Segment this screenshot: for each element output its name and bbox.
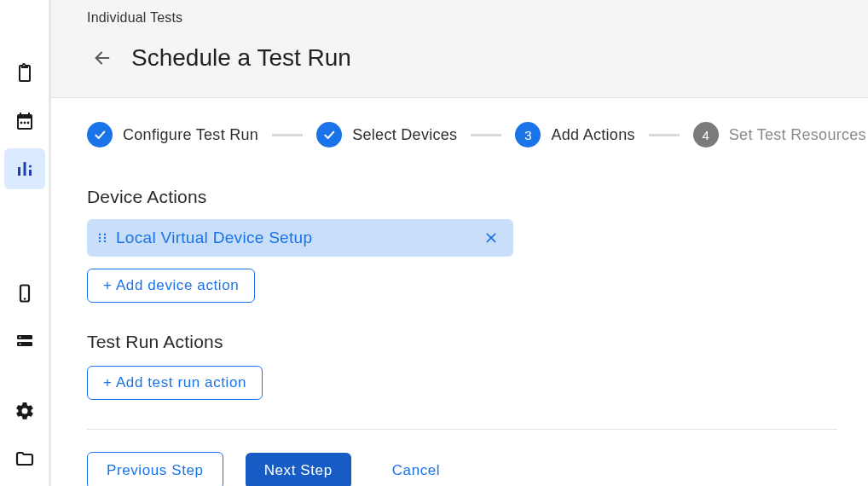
sidebar-item-settings[interactable] (4, 391, 45, 431)
folder-icon (14, 448, 35, 469)
clipboard-icon (14, 63, 35, 84)
step-label: Select Devices (352, 126, 457, 144)
drag-handle[interactable] (95, 233, 109, 243)
step-indicator-done (316, 122, 342, 148)
sidebar-item-device[interactable] (4, 273, 45, 314)
add-device-action-button[interactable]: + Add device action (87, 269, 255, 303)
analytics-icon (14, 159, 35, 179)
svg-point-14 (99, 234, 101, 235)
svg-point-15 (104, 234, 106, 235)
svg-point-19 (104, 240, 106, 242)
svg-rect-3 (18, 167, 20, 176)
sidebar-item-calendar[interactable] (4, 101, 45, 142)
section-title-device-actions: Device Actions (87, 187, 837, 207)
device-icon (14, 283, 35, 304)
device-action-label: Local Virtual Device Setup (116, 229, 312, 247)
next-step-button[interactable]: Next Step (246, 453, 351, 486)
gear-icon (14, 401, 35, 421)
arrow-left-icon (93, 49, 112, 67)
back-button[interactable] (85, 41, 119, 75)
svg-point-11 (19, 337, 20, 338)
sidebar-item-folder[interactable] (4, 438, 45, 479)
drag-handle-icon (97, 233, 107, 243)
main: Individual Tests Schedule a Test Run Con… (51, 0, 868, 486)
divider (87, 429, 837, 430)
svg-point-12 (19, 344, 20, 345)
page-title: Schedule a Test Run (131, 44, 351, 72)
step-set-test-resources[interactable]: 4 Set Test Resources (693, 122, 866, 148)
svg-point-2 (26, 122, 29, 124)
svg-point-0 (20, 122, 22, 124)
breadcrumb[interactable]: Individual Tests (87, 10, 837, 26)
content: Configure Test Run Select Devices 3 Add … (51, 98, 868, 486)
header: Individual Tests Schedule a Test Run (51, 0, 868, 98)
stepper: Configure Test Run Select Devices 3 Add … (87, 122, 837, 148)
step-label: Configure Test Run (123, 126, 258, 144)
device-action-chip[interactable]: Local Virtual Device Setup (87, 219, 513, 257)
sidebar-item-analytics[interactable] (4, 148, 45, 189)
svg-point-1 (23, 122, 26, 124)
step-add-actions[interactable]: 3 Add Actions (515, 122, 634, 148)
previous-step-button[interactable]: Previous Step (87, 452, 223, 486)
svg-point-17 (104, 237, 106, 239)
storage-icon (14, 331, 35, 351)
sidebar-item-clipboard[interactable] (4, 53, 45, 94)
svg-rect-5 (29, 170, 32, 176)
svg-rect-4 (23, 162, 26, 176)
check-icon (322, 128, 336, 142)
check-icon (93, 128, 107, 142)
remove-device-action-button[interactable] (479, 226, 503, 250)
step-connector (649, 134, 680, 136)
svg-point-16 (99, 237, 101, 239)
step-label: Set Test Resources (729, 126, 866, 144)
cancel-button[interactable]: Cancel (373, 453, 460, 486)
step-select-devices[interactable]: Select Devices (316, 122, 457, 148)
step-label: Add Actions (551, 126, 634, 144)
step-indicator-future: 4 (693, 122, 719, 148)
step-connector (471, 134, 501, 136)
add-test-run-action-button[interactable]: + Add test run action (87, 366, 263, 400)
sidebar (0, 0, 51, 486)
sidebar-item-storage[interactable] (4, 321, 45, 362)
svg-point-6 (29, 165, 32, 168)
calendar-icon (14, 111, 35, 131)
step-indicator-current: 3 (515, 122, 541, 148)
step-indicator-done (87, 122, 113, 148)
section-title-test-run-actions: Test Run Actions (87, 332, 837, 352)
step-configure-test-run[interactable]: Configure Test Run (87, 122, 258, 148)
wizard-footer: Previous Step Next Step Cancel (87, 452, 837, 486)
svg-point-18 (99, 240, 101, 242)
step-connector (272, 134, 303, 136)
close-icon (484, 231, 498, 245)
